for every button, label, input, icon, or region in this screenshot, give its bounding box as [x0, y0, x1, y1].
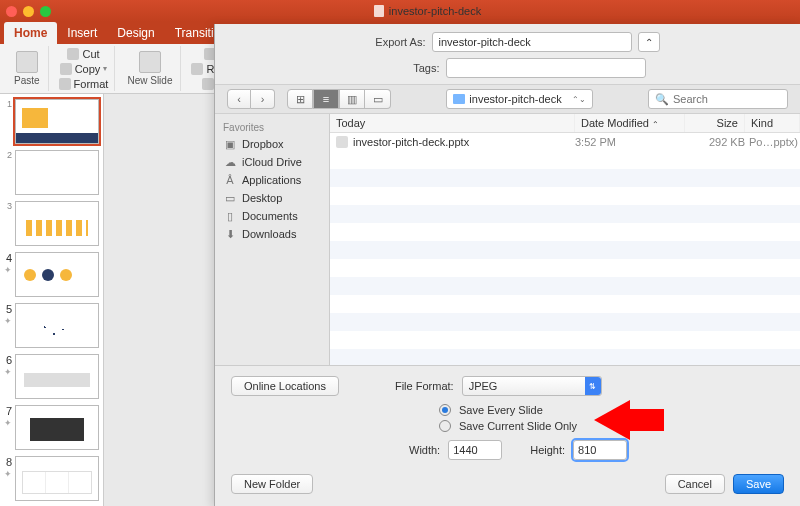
paste-button[interactable]: Paste: [10, 46, 44, 91]
window-title-text: investor-pitch-deck: [389, 5, 481, 17]
nav-forward-button[interactable]: ›: [251, 89, 275, 109]
file-list: Today Date Modified ⌃ Size Kind investor…: [330, 114, 800, 365]
copy-button[interactable]: Copy▾: [58, 62, 110, 76]
paintbrush-icon: [59, 78, 71, 90]
view-list-button[interactable]: ≡: [313, 89, 339, 109]
height-label: Height:: [530, 444, 565, 456]
file-list-empty-area: [330, 151, 800, 365]
new-folder-button[interactable]: New Folder: [231, 474, 313, 494]
search-field[interactable]: 🔍: [648, 89, 788, 109]
copy-icon: [60, 63, 72, 75]
export-as-label: Export As:: [356, 36, 426, 48]
finder-sidebar: Favorites ▣Dropbox ☁iCloud Drive ÅApplic…: [215, 114, 330, 365]
window-title: investor-pitch-deck: [61, 5, 794, 17]
width-label: Width:: [409, 444, 440, 456]
tab-home[interactable]: Home: [4, 22, 57, 44]
radio-save-every-label: Save Every Slide: [459, 404, 543, 416]
documents-icon: ▯: [223, 210, 237, 222]
sidebar-item-documents[interactable]: ▯Documents: [219, 207, 325, 225]
radio-save-current-label: Save Current Slide Only: [459, 420, 577, 432]
tab-design[interactable]: Design: [107, 22, 164, 44]
tags-label: Tags:: [370, 62, 440, 74]
sidebar-item-icloud[interactable]: ☁iCloud Drive: [219, 153, 325, 171]
select-arrows-icon: ⇅: [585, 377, 601, 395]
file-row[interactable]: investor-pitch-deck.pptx 3:52 PM 292 KB …: [330, 133, 800, 151]
online-locations-button[interactable]: Online Locations: [231, 376, 339, 396]
col-size[interactable]: Size: [685, 114, 745, 132]
save-button[interactable]: Save: [733, 474, 784, 494]
nav-back-button[interactable]: ‹: [227, 89, 251, 109]
desktop-icon: ▭: [223, 192, 237, 204]
close-window-icon[interactable]: [6, 6, 17, 17]
view-columns-button[interactable]: ▥: [339, 89, 365, 109]
sidebar-item-desktop[interactable]: ▭Desktop: [219, 189, 325, 207]
minimize-window-icon[interactable]: [23, 6, 34, 17]
cloud-icon: ☁: [223, 156, 237, 168]
sidebar-favorites-header: Favorites: [219, 120, 325, 135]
cancel-button[interactable]: Cancel: [665, 474, 725, 494]
reset-icon: [191, 63, 203, 75]
tab-insert[interactable]: Insert: [57, 22, 107, 44]
thumbnail-4[interactable]: 4✦: [4, 252, 99, 297]
format-button[interactable]: Format: [57, 77, 111, 91]
file-list-header[interactable]: Today Date Modified ⌃ Size Kind: [330, 114, 800, 133]
dropbox-icon: ▣: [223, 138, 237, 150]
file-format-label: File Format:: [395, 380, 454, 392]
radio-save-every-slide[interactable]: [439, 404, 451, 416]
thumbnail-2[interactable]: 2The ProblemDescribe the problem: [4, 150, 99, 195]
col-name[interactable]: Today: [330, 114, 575, 132]
thumbnail-1[interactable]: 1: [4, 99, 99, 144]
thumbnail-8[interactable]: 8✦: [4, 456, 99, 501]
applications-icon: Å: [223, 174, 237, 186]
sidebar-item-dropbox[interactable]: ▣Dropbox: [219, 135, 325, 153]
width-input[interactable]: [448, 440, 502, 460]
view-icons-button[interactable]: ⊞: [287, 89, 313, 109]
section-icon: [202, 78, 214, 90]
export-dialog: Export As: ⌃ Tags: ‹ › ⊞ ≡ ▥ ▭ investor-…: [214, 24, 800, 506]
file-format-select[interactable]: JPEG ⇅: [462, 376, 602, 396]
thumbnail-5[interactable]: 5✦: [4, 303, 99, 348]
zoom-window-icon[interactable]: [40, 6, 51, 17]
view-gallery-button[interactable]: ▭: [365, 89, 391, 109]
document-icon: [374, 5, 384, 17]
export-filename-input[interactable]: [432, 32, 632, 52]
scissors-icon: [67, 48, 79, 60]
new-slide-button[interactable]: New Slide: [123, 46, 176, 91]
col-date: Date Modified ⌃: [575, 114, 685, 132]
window-controls: [6, 6, 51, 17]
clipboard-icon: [16, 51, 38, 73]
file-icon: [336, 136, 348, 148]
radio-save-current-slide[interactable]: [439, 420, 451, 432]
height-input[interactable]: [573, 440, 627, 460]
new-slide-icon: [139, 51, 161, 73]
search-icon: 🔍: [655, 93, 669, 106]
thumbnail-3[interactable]: 3: [4, 201, 99, 246]
sidebar-item-applications[interactable]: ÅApplications: [219, 171, 325, 189]
dialog-options: Online Locations File Format: JPEG ⇅ Sav…: [215, 365, 800, 506]
expand-dialog-button[interactable]: ⌃: [638, 32, 660, 52]
sidebar-item-downloads[interactable]: ⬇Downloads: [219, 225, 325, 243]
col-kind[interactable]: Kind: [745, 114, 800, 132]
tags-input[interactable]: [446, 58, 646, 78]
folder-icon: [453, 94, 465, 104]
thumbnail-6[interactable]: 6✦: [4, 354, 99, 399]
cut-button[interactable]: Cut: [65, 47, 101, 61]
thumbnail-7[interactable]: 7✦: [4, 405, 99, 450]
search-input[interactable]: [673, 93, 781, 105]
downloads-icon: ⬇: [223, 228, 237, 240]
finder-toolbar: ‹ › ⊞ ≡ ▥ ▭ investor-pitch-deck ⌃⌄ 🔍: [215, 84, 800, 114]
slide-thumbnails: 1 2The ProblemDescribe the problem 3 4✦ …: [0, 94, 104, 506]
folder-dropdown[interactable]: investor-pitch-deck ⌃⌄: [446, 89, 592, 109]
title-bar: investor-pitch-deck: [0, 0, 800, 22]
